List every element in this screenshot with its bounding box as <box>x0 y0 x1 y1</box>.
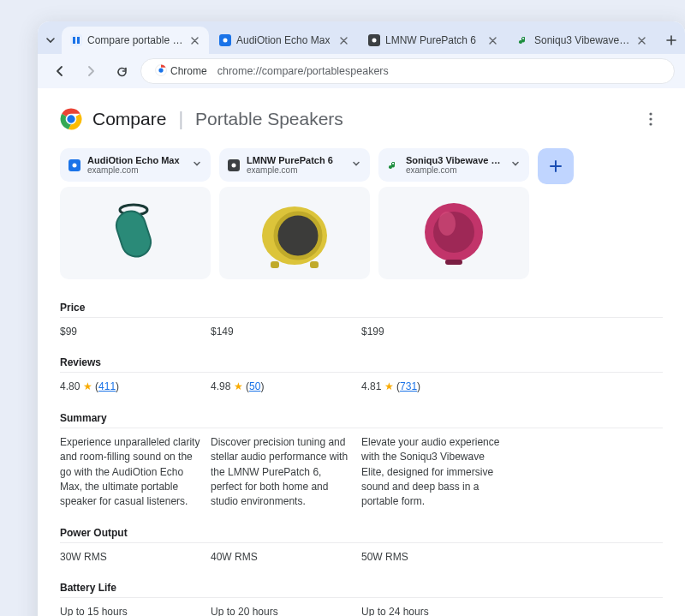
svg-point-3 <box>372 39 377 43</box>
tab-label: Soniqu3 Vibewave Elite <box>534 34 630 46</box>
row-values-reviews: 4.80 ★ (411) 4.98 ★ (50) 4.81 ★ (731) <box>60 373 663 404</box>
chevron-down-icon <box>510 158 521 171</box>
music-note-icon <box>387 159 399 171</box>
product-image <box>60 187 211 279</box>
forward-button[interactable] <box>79 59 103 83</box>
review-score: 4.81 <box>361 380 381 392</box>
tab-strip: Compare portable speakers AudiOtion Echo… <box>38 21 685 54</box>
cell: Up to 24 hours <box>361 605 512 616</box>
star-icon: ★ <box>234 380 243 392</box>
product-name: AudiOtion Echo Max <box>87 155 185 165</box>
speaker-dark-icon <box>368 34 380 46</box>
review-score: 4.80 <box>60 380 80 392</box>
page-title: Compare <box>92 109 166 129</box>
row-label-battery: Battery Life <box>60 575 663 598</box>
close-icon[interactable] <box>337 34 349 46</box>
speaker-blue-icon <box>219 34 231 46</box>
star-icon: ★ <box>384 380 394 392</box>
close-icon[interactable] <box>188 34 200 46</box>
chip-label: Chrome <box>170 65 207 77</box>
svg-rect-0 <box>73 37 75 44</box>
product-domain: example.com <box>87 165 185 175</box>
product-image <box>219 187 370 279</box>
url-text: chrome://compare/portablespeakers <box>217 65 389 77</box>
add-product-button[interactable] <box>538 148 574 184</box>
close-icon[interactable] <box>635 34 647 46</box>
site-chip: Chrome <box>152 63 211 81</box>
product-column: LMNW PurePatch 6 example.com <box>219 148 370 279</box>
chrome-icon <box>155 64 167 79</box>
row-label-reviews: Reviews <box>60 350 663 373</box>
close-icon[interactable] <box>486 34 498 46</box>
page-content: Compare | Portable Speakers AudiOtion Ec… <box>38 88 685 616</box>
svg-rect-26 <box>445 260 462 265</box>
new-tab-button[interactable] <box>661 30 682 51</box>
chevron-down-icon <box>351 158 361 171</box>
row-values-price: $99 $149 $199 <box>60 318 663 350</box>
cell: Up to 15 hours <box>60 605 211 616</box>
row-values-battery: Up to 15 hours Up to 20 hours Up to 24 h… <box>60 598 663 616</box>
product-domain: example.com <box>406 165 503 175</box>
chrome-logo-icon <box>60 108 82 130</box>
music-note-icon <box>517 34 529 46</box>
review-count-link[interactable]: 731 <box>400 380 417 392</box>
product-selector[interactable]: LMNW PurePatch 6 example.com <box>219 148 370 182</box>
tab-label: Compare portable speakers <box>87 34 183 46</box>
more-menu-button[interactable] <box>639 107 663 131</box>
cell: 30W RMS <box>60 550 211 565</box>
tab-compare[interactable]: Compare portable speakers <box>62 27 209 54</box>
cell: $149 <box>211 325 361 339</box>
review-count-link[interactable]: 50 <box>249 380 260 392</box>
product-selector[interactable]: AudiOtion Echo Max example.com <box>60 148 211 182</box>
row-label-power: Power Output <box>60 520 663 543</box>
reload-button[interactable] <box>110 59 134 83</box>
svg-point-17 <box>232 163 236 167</box>
tab-search-dropdown[interactable] <box>41 31 60 50</box>
product-selector[interactable]: Soniqu3 Vibewave Elite example.com <box>378 148 529 182</box>
row-label-price: Price <box>60 295 663 318</box>
title-divider: | <box>178 108 183 130</box>
product-name: Soniqu3 Vibewave Elite <box>406 155 503 165</box>
row-values-summary: Experience unparalleled clarity and room… <box>60 428 663 520</box>
cell: $199 <box>361 325 512 339</box>
svg-point-13 <box>73 163 77 167</box>
tab-audiotion[interactable]: AudiOtion Echo Max <box>211 27 358 54</box>
tab-lmnw[interactable]: LMNW PurePatch 6 <box>360 27 507 54</box>
product-column: AudiOtion Echo Max example.com <box>60 148 211 279</box>
toolbar: Chrome chrome://compare/portablespeakers <box>38 54 685 88</box>
svg-rect-21 <box>271 261 279 268</box>
compare-icon <box>70 34 82 46</box>
star-icon: ★ <box>83 380 92 392</box>
cell: 4.98 ★ (50) <box>211 380 361 394</box>
cell: Discover precision tuning and stellar au… <box>211 435 361 510</box>
page-subtitle: Portable Speakers <box>195 109 343 129</box>
cell: Experience unparalleled clarity and room… <box>60 435 211 510</box>
row-values-power: 30W RMS 40W RMS 50W RMS <box>60 543 663 575</box>
cell: Up to 20 hours <box>211 605 361 616</box>
tab-soniqu3[interactable]: Soniqu3 Vibewave Elite <box>509 27 656 54</box>
review-count-link[interactable]: 411 <box>98 380 116 392</box>
row-label-summary: Summary <box>60 405 663 428</box>
review-score: 4.98 <box>211 380 230 392</box>
speaker-dark-icon <box>228 159 240 171</box>
svg-point-11 <box>649 117 652 120</box>
speaker-blue-icon <box>68 159 80 171</box>
svg-point-12 <box>649 123 652 125</box>
product-cards-row: AudiOtion Echo Max example.com LMNW Pure… <box>60 148 663 279</box>
cell: $99 <box>60 325 211 339</box>
tab-label: LMNW PurePatch 6 <box>385 34 481 46</box>
cell: Elevate your audio experience with the S… <box>361 435 512 510</box>
svg-point-2 <box>223 39 228 43</box>
page-header: Compare | Portable Speakers <box>60 107 663 131</box>
product-image <box>378 187 529 279</box>
chevron-down-icon <box>192 158 202 171</box>
svg-rect-1 <box>77 37 80 44</box>
cell: 4.81 ★ (731) <box>361 380 512 394</box>
tab-label: AudiOtion Echo Max <box>236 34 332 46</box>
cell: 40W RMS <box>211 550 361 565</box>
address-bar[interactable]: Chrome chrome://compare/portablespeakers <box>140 58 675 84</box>
svg-rect-22 <box>310 261 319 268</box>
back-button[interactable] <box>48 59 72 83</box>
svg-point-25 <box>438 212 456 236</box>
product-column: Soniqu3 Vibewave Elite example.com <box>378 148 529 279</box>
